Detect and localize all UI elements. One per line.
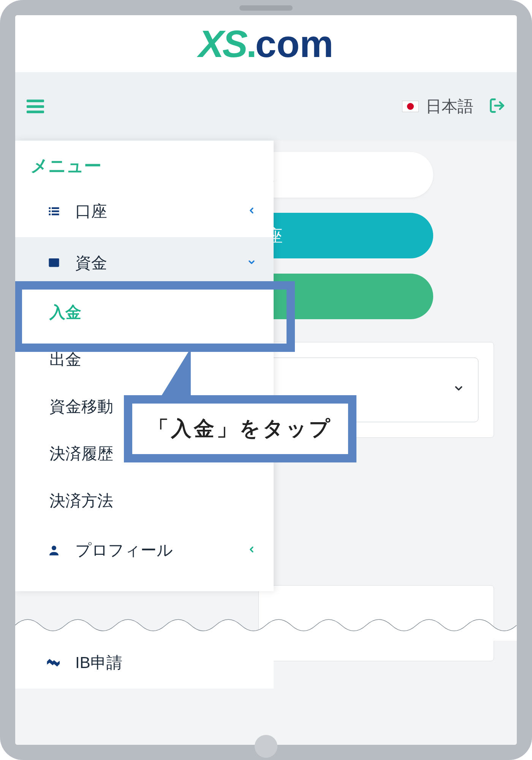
logo-xs: XS (199, 22, 246, 65)
sidebar-item-profile[interactable]: プロフィール (15, 524, 274, 576)
svg-rect-2 (52, 207, 59, 209)
svg-rect-5 (49, 214, 51, 215)
top-toolbar: 日本語 (15, 72, 517, 141)
secondary-card (258, 585, 494, 661)
sidebar-item-label: 決済方法 (49, 492, 113, 510)
chevron-down-icon (453, 381, 464, 399)
device-speaker (239, 5, 293, 11)
sidebar-subitem-withdraw[interactable]: 出金 (15, 336, 274, 383)
sidebar-drawer: メニュー 口座 資金 入金 (15, 141, 274, 591)
screen: XS.com 日本語 座 口座 (15, 15, 517, 745)
logo-dot: . (246, 22, 255, 65)
annotation-text: 「入金」をタップ (148, 417, 332, 440)
chevron-left-icon (247, 544, 256, 557)
language-selector[interactable]: 日本語 (402, 96, 473, 117)
sidebar-subitem-deposit[interactable]: 入金 (15, 289, 274, 336)
handshake-icon (46, 655, 62, 670)
list-icon (46, 204, 62, 218)
sidebar-item-label: IB申請 (75, 652, 122, 673)
sidebar-item-label: 決済履歴 (49, 445, 113, 462)
logo-com: com (255, 22, 334, 65)
chevron-left-icon (247, 205, 256, 218)
sidebar-after-break: IB申請 (15, 637, 274, 689)
sidebar-item-label: 資金移動 (49, 397, 113, 415)
svg-rect-1 (49, 207, 51, 209)
tablet-frame: XS.com 日本語 座 口座 (0, 0, 532, 760)
sidebar-item-label: 出金 (49, 350, 81, 368)
annotation-callout: 「入金」をタップ (124, 395, 356, 462)
toolbar-right: 日本語 (402, 96, 505, 117)
sidebar-item-label: プロフィール (75, 540, 173, 561)
sidebar-item-funds[interactable]: 資金 (15, 237, 274, 289)
sidebar-item-label: 資金 (75, 252, 107, 274)
wallet-icon (46, 256, 62, 270)
flag-jp-icon (402, 101, 419, 112)
svg-rect-8 (49, 258, 59, 261)
svg-rect-4 (52, 211, 59, 212)
sidebar-item-account[interactable]: 口座 (15, 185, 274, 237)
svg-point-9 (52, 546, 56, 550)
sidebar-subitem-methods[interactable]: 決済方法 (15, 477, 274, 524)
logo-bar: XS.com (15, 15, 517, 72)
svg-rect-3 (49, 211, 51, 212)
sidebar-title: メニュー (15, 141, 274, 185)
device-home-button (255, 735, 277, 758)
language-label: 日本語 (426, 96, 473, 117)
sidebar-item-label: 口座 (75, 201, 107, 222)
logout-icon[interactable] (489, 97, 505, 116)
sidebar-item-ib[interactable]: IB申請 (15, 637, 274, 689)
user-icon (46, 543, 62, 557)
chevron-down-icon (247, 256, 256, 269)
brand-logo: XS.com (199, 25, 334, 63)
sidebar-item-label: 入金 (49, 303, 81, 321)
menu-toggle-button[interactable] (27, 100, 44, 113)
svg-rect-6 (52, 214, 59, 215)
